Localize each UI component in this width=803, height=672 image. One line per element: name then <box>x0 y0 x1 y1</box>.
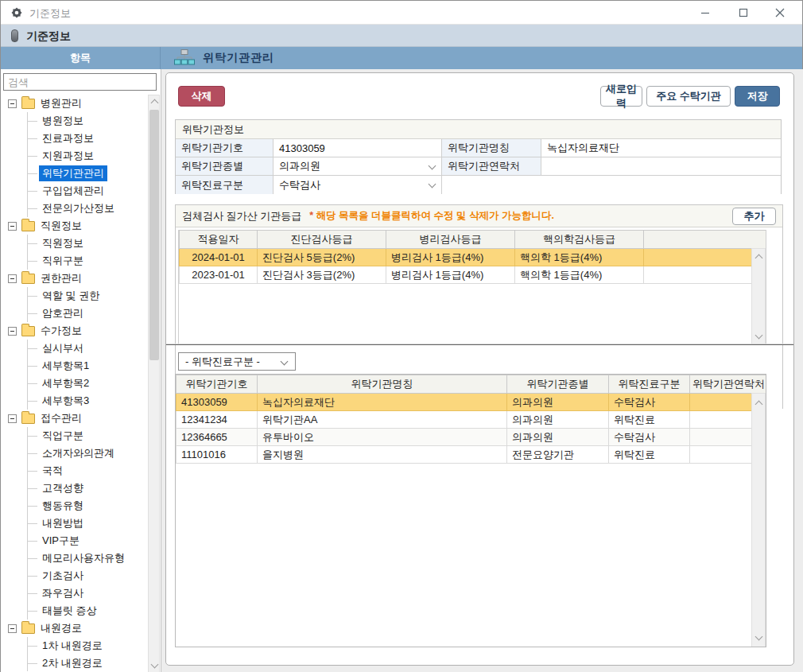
horizontal-splitter[interactable] <box>166 344 793 345</box>
sidebar-item-30[interactable]: 내원경로 <box>2 620 148 637</box>
chevron-down-icon[interactable] <box>426 179 438 191</box>
sidebar-item-label: 직원정보 <box>39 218 85 234</box>
collapse-icon[interactable] <box>8 274 17 283</box>
scroll-down-icon[interactable] <box>151 661 159 669</box>
sidebar-item-label: 세부항목1 <box>39 358 92 374</box>
sidebar-item-3[interactable]: 지원과정보 <box>2 147 148 165</box>
sidebar-item-10[interactable]: 권한관리 <box>2 270 148 287</box>
scrollbar-thumb[interactable] <box>149 110 159 360</box>
column-header: 핵의학검사등급 <box>515 231 644 249</box>
sidebar-item-11[interactable]: 역할 및 권한 <box>2 287 148 305</box>
org-category-select[interactable]: 수탁검사 <box>273 176 442 194</box>
sidebar-item-19[interactable]: 직업구분 <box>2 427 148 445</box>
table-cell: 녹십자의료재단 <box>258 394 507 411</box>
sidebar-item-25[interactable]: VIP구분 <box>2 532 148 550</box>
sidebar-item-6[interactable]: 전문의가산정보 <box>2 200 148 217</box>
sidebar-item-14[interactable]: 실시부서 <box>2 340 148 357</box>
sidebar-item-20[interactable]: 소개자와의관계 <box>2 445 148 462</box>
breadcrumb-bar: 기준정보 <box>1 25 802 47</box>
table-row[interactable]: 11101016을지병원전문요양기관위탁진료 <box>177 446 767 464</box>
section-pill-icon <box>11 29 18 42</box>
maximize-button[interactable] <box>726 1 761 25</box>
org-type-label: 위탁기관종별 <box>176 157 273 176</box>
sidebar-item-12[interactable]: 암호관리 <box>2 305 148 322</box>
table-cell: 12364665 <box>177 429 258 446</box>
table-row[interactable]: 12364665유투바이오의과의원수탁검사 <box>177 429 767 446</box>
sidebar-item-1[interactable]: 병원정보 <box>2 112 148 130</box>
collapse-icon[interactable] <box>8 99 17 108</box>
sidebar-item-15[interactable]: 세부항목1 <box>2 357 148 375</box>
sidebar-item-label: 태블릿 증상 <box>39 603 100 619</box>
folder-icon <box>21 99 35 109</box>
sidebar-item-27[interactable]: 기초검사 <box>2 567 148 585</box>
sidebar-item-5[interactable]: 구입업체관리 <box>2 182 148 200</box>
sidebar-item-23[interactable]: 행동유형 <box>2 497 148 515</box>
table-cell: 병리검사 1등급(4%) <box>386 266 515 284</box>
org-info-group: 위탁기관정보 위탁기관기호 41303059 위탁기관명칭 녹십자의료재단 위탁… <box>175 119 782 194</box>
sidebar-item-28[interactable]: 좌우검사 <box>2 585 148 602</box>
table-cell: 위탁진료 <box>609 411 690 429</box>
table-row[interactable]: 41303059녹십자의료재단의과의원수탁검사 <box>177 394 767 411</box>
close-button[interactable] <box>762 1 797 25</box>
collapse-icon[interactable] <box>8 624 17 633</box>
sidebar-item-label: 세부항목3 <box>39 393 92 409</box>
delete-button[interactable]: 삭제 <box>178 86 225 107</box>
institution-table-scrollbar[interactable] <box>751 393 766 647</box>
org-info-title: 위탁기관정보 <box>176 120 781 139</box>
sidebar-item-17[interactable]: 세부항목3 <box>2 392 148 410</box>
table-cell: 핵의학 1등급(4%) <box>515 266 644 284</box>
table-row[interactable]: 12341234위탁기관AA의과의원위탁진료 <box>177 411 767 429</box>
consign-type-filter-select[interactable]: - 위탁진료구분 - <box>178 352 296 371</box>
sidebar-item-9[interactable]: 직위구분 <box>2 252 148 270</box>
table-cell: 12341234 <box>177 411 258 429</box>
minimize-button[interactable] <box>688 1 723 25</box>
column-header: 위탁기관명칭 <box>258 375 507 394</box>
sidebar-item-0[interactable]: 병원관리 <box>2 95 148 112</box>
table-cell: 진단검사 5등급(2%) <box>258 249 386 266</box>
sidebar-column-title: 항목 <box>1 47 161 69</box>
column-header: 위탁기관연락처 <box>690 375 767 394</box>
new-entry-button[interactable]: 새로입력 <box>600 86 642 107</box>
table-row[interactable]: 2023-01-01진단검사 3등급(2%)병리검사 1등급(4%)핵의학 1등… <box>180 266 767 284</box>
sidebar-item-24[interactable]: 내원방법 <box>2 515 148 532</box>
major-consignee-button[interactable]: 주요 수탁기관 <box>646 86 731 107</box>
table-row[interactable]: 2024-01-01진단검사 5등급(2%)병리검사 1등급(4%)핵의학 1등… <box>180 249 767 266</box>
sidebar-item-label: 내원경로 <box>39 620 85 636</box>
sidebar-item-32[interactable]: 2차 내원경로 <box>2 655 148 671</box>
table-cell: 2024-01-01 <box>180 249 258 266</box>
collapse-icon[interactable] <box>8 414 17 423</box>
sidebar-item-26[interactable]: 메모리사용자유형 <box>2 550 148 567</box>
column-header: 위탁기관종별 <box>507 375 609 394</box>
org-type-select[interactable]: 의과의원 <box>273 157 442 176</box>
chevron-down-icon[interactable] <box>426 161 438 173</box>
org-name-field[interactable]: 녹십자의료재단 <box>541 139 781 157</box>
sidebar-item-2[interactable]: 진료과정보 <box>2 130 148 147</box>
column-header: 병리검사등급 <box>386 231 515 249</box>
org-contact-field[interactable] <box>541 157 781 176</box>
sidebar-item-label: VIP구분 <box>39 533 83 549</box>
sidebar-item-label: 직원정보 <box>39 235 87 251</box>
sidebar-item-16[interactable]: 세부항목2 <box>2 375 148 392</box>
sidebar-item-18[interactable]: 접수관리 <box>2 410 148 427</box>
scroll-up-icon[interactable] <box>151 99 159 107</box>
collapse-icon[interactable] <box>8 327 17 336</box>
sidebar-item-4[interactable]: 위탁기관관리 <box>2 165 148 182</box>
sidebar-item-7[interactable]: 직원정보 <box>2 217 148 235</box>
collapse-icon[interactable] <box>8 222 17 231</box>
sidebar-item-21[interactable]: 국적 <box>2 462 148 480</box>
org-code-field[interactable]: 41303059 <box>273 139 442 157</box>
search-input[interactable] <box>3 73 157 91</box>
save-button[interactable]: 저장 <box>735 86 780 107</box>
sidebar-item-8[interactable]: 직원정보 <box>2 235 148 252</box>
sidebar-item-31[interactable]: 1차 내원경로 <box>2 637 148 655</box>
grade-table-scrollbar[interactable] <box>751 248 766 344</box>
sidebar-item-13[interactable]: 수가정보 <box>2 322 148 340</box>
column-header: 적용일자 <box>180 231 258 249</box>
sidebar-item-22[interactable]: 고객성향 <box>2 480 148 497</box>
sidebar-item-29[interactable]: 태블릿 증상 <box>2 602 148 620</box>
add-button[interactable]: 추가 <box>732 208 776 225</box>
sidebar-item-label: 암호관리 <box>39 305 87 321</box>
sidebar-scrollbar[interactable] <box>148 95 160 672</box>
org-category-label: 위탁진료구분 <box>176 176 273 194</box>
chevron-down-icon[interactable] <box>278 356 290 368</box>
